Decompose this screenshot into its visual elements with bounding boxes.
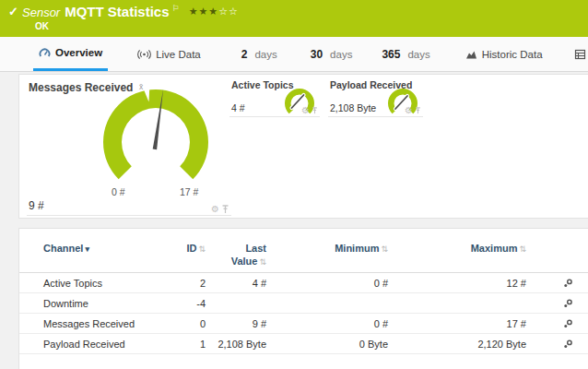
channel-name[interactable]: Downtime — [19, 298, 172, 309]
payload-gauge-dial — [384, 84, 421, 121]
priority-stars-empty[interactable]: ☆☆ — [218, 6, 239, 17]
gauge-active-topics: Active Topics 4 # ⚙ — [229, 79, 320, 117]
sort-desc-icon: ▾ — [85, 244, 89, 254]
channel-maximum: 12 # — [388, 278, 526, 289]
table-row-active-topics[interactable]: Active Topics 2 4 # 0 # 12 # — [19, 273, 588, 293]
status-badge: OK — [35, 21, 49, 31]
channel-name[interactable]: Messages Received — [19, 318, 172, 329]
table-row-messages-received[interactable]: Messages Received 0 9 # 0 # 17 # — [19, 314, 588, 334]
table-header-row: Channel▾ ID⇅ LastValue⇅ Minimum⇅ Maximum… — [19, 229, 588, 273]
tab-2-days[interactable]: 2 days — [236, 37, 283, 71]
channel-id: 2 — [172, 278, 206, 289]
tab-word: days — [407, 49, 429, 60]
gauge-gear-icon[interactable]: ⚙ — [211, 205, 219, 214]
log-list-icon — [574, 49, 586, 60]
column-header-last-value[interactable]: LastValue⇅ — [206, 243, 266, 268]
tab-word: days — [330, 49, 352, 60]
channel-id: 1 — [172, 339, 206, 350]
channel-minimum: 0 # — [266, 278, 388, 289]
channels-table-panel: Channel▾ ID⇅ LastValue⇅ Minimum⇅ Maximum… — [18, 228, 588, 369]
tab-30-days[interactable]: 30 days — [305, 37, 359, 71]
sensor-overview-page: ✓ SensorMQTT Statistics⚐★★★☆☆ OK Overvie… — [0, 0, 588, 369]
gauge-scale-min: 0 # — [112, 186, 125, 197]
chart-icon — [465, 49, 477, 60]
channel-minimum: 0 # — [266, 318, 388, 329]
table-row-downtime[interactable]: Downtime -4 — [19, 293, 588, 314]
channel-name[interactable]: Active Topics — [19, 278, 172, 289]
status-ok-check-icon: ✓ — [8, 5, 18, 18]
channel-last-value: 4 # — [206, 278, 266, 289]
channel-id: -4 — [172, 298, 206, 309]
channel-last-value: 2,108 Byte — [206, 339, 266, 350]
sort-icon: ⇅ — [259, 257, 266, 267]
column-header-id[interactable]: ID⇅ — [172, 243, 206, 254]
channels-table: Channel▾ ID⇅ LastValue⇅ Minimum⇅ Maximum… — [19, 229, 588, 354]
sort-icon: ⇅ — [519, 244, 526, 254]
column-header-maximum[interactable]: Maximum⇅ — [388, 243, 526, 254]
channel-settings-icon[interactable] — [562, 298, 573, 309]
messages-gauge-dial: x̄ — [87, 81, 225, 203]
gauge-gear-icon[interactable]: ⚙ — [405, 106, 413, 115]
active-topics-gauge-dial — [281, 84, 318, 121]
column-header-channel[interactable]: Channel▾ — [19, 243, 172, 254]
tab-number: 2 — [241, 48, 248, 61]
gauge-current-value: 4 # — [231, 102, 245, 113]
sensor-header: ✓ SensorMQTT Statistics⚐★★★☆☆ OK — [0, 0, 588, 37]
channel-name[interactable]: Payload Received — [19, 339, 172, 350]
gauge-pin-icon[interactable] — [221, 205, 229, 214]
tab-label: Overview — [55, 47, 102, 58]
gauge-icon — [39, 47, 51, 59]
tab-bar: Overview Live Data 2 days 30 days 365 da… — [0, 37, 588, 72]
tab-historic-data[interactable]: Historic Data — [460, 37, 548, 71]
column-header-minimum[interactable]: Minimum⇅ — [266, 243, 388, 254]
channel-last-value: 9 # — [206, 318, 266, 329]
channel-id: 0 — [172, 318, 206, 329]
gauge-scale-max: 17 # — [180, 186, 198, 197]
gauge-pin-icon[interactable] — [415, 107, 421, 114]
tab-label: Live Data — [156, 49, 201, 60]
channel-maximum: 17 # — [388, 318, 526, 329]
priority-stars-filled[interactable]: ★★★ — [189, 6, 219, 17]
channel-minimum: 0 Byte — [266, 339, 388, 350]
page-title: MQTT Statistics — [65, 4, 169, 19]
sort-icon: ⇅ — [198, 244, 206, 254]
gauge-pin-icon[interactable] — [312, 107, 318, 114]
tab-live-data[interactable]: Live Data — [132, 37, 206, 71]
sort-icon: ⇅ — [381, 244, 388, 254]
flag-icon[interactable]: ⚐ — [172, 4, 180, 13]
gauge-current-value: 2,108 Byte — [330, 102, 376, 113]
object-kind-label: Sensor — [22, 6, 60, 19]
gauge-current-value: 9 # — [29, 199, 44, 212]
channel-settings-icon[interactable] — [562, 339, 573, 350]
channel-settings-icon[interactable] — [562, 318, 573, 329]
tab-log[interactable]: Log — [569, 37, 588, 71]
gauge-messages-received: Messages Received x̄ 0 # 17 # 9 # ⚙ — [27, 79, 231, 216]
live-signal-icon — [137, 49, 151, 60]
tab-number: 30 — [311, 48, 323, 61]
gauges-panel: Messages Received x̄ 0 # 17 # 9 # ⚙ Ac — [18, 74, 588, 219]
tab-365-days[interactable]: 365 days — [376, 37, 435, 71]
tab-overview[interactable]: Overview — [33, 37, 108, 71]
channel-maximum: 2,120 Byte — [388, 339, 526, 350]
tab-number: 365 — [382, 48, 400, 61]
tab-word: days — [254, 49, 276, 60]
channel-settings-icon[interactable] — [562, 278, 573, 289]
tab-label: Historic Data — [482, 49, 543, 60]
gauge-payload-received: Payload Received 2,108 Byte ⚙ — [328, 79, 423, 117]
gauge-gear-icon[interactable]: ⚙ — [301, 106, 310, 115]
table-row-payload-received[interactable]: Payload Received 1 2,108 Byte 0 Byte 2,1… — [19, 334, 588, 354]
